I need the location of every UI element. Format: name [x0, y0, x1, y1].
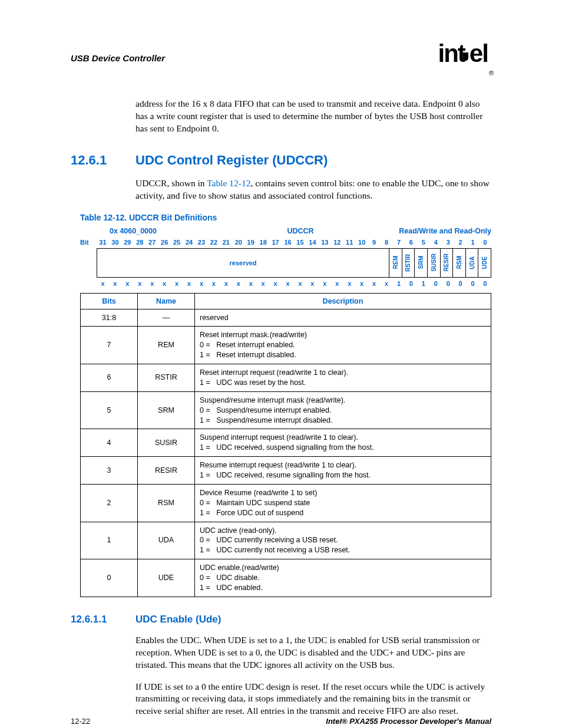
field-rem: REM — [389, 249, 402, 277]
cell-name: — — [138, 309, 195, 327]
register-name: UDCCR — [237, 227, 364, 235]
reset-value: 0 — [429, 280, 442, 287]
table-row: 3RESIRResume interrupt request (read/wri… — [81, 457, 491, 485]
cell-name: UDA — [138, 522, 195, 559]
bit-number: 24 — [183, 239, 196, 246]
bit-number: 28 — [134, 239, 146, 246]
bit-number: 16 — [282, 239, 294, 246]
register-diagram: 0x 4060_0000 UDCCR Read/Write and Read-O… — [80, 227, 491, 287]
cell-bits: 0 — [81, 559, 138, 597]
cell-bits: 31:8 — [81, 309, 138, 327]
field-srm: SRM — [414, 249, 427, 277]
cell-name: RSTIR — [138, 364, 195, 392]
bit-number: 26 — [158, 239, 171, 246]
bit-number: 18 — [257, 239, 269, 246]
bit-number: 27 — [146, 239, 158, 246]
section-title: UDC Control Register (UDCCR) — [135, 153, 328, 167]
reset-value: 0 — [479, 280, 491, 287]
field-rsm: RSM — [452, 249, 465, 277]
intel-logo: intel® — [438, 41, 491, 68]
cell-name: SRM — [138, 391, 195, 429]
cell-name: SUSIR — [138, 429, 195, 457]
subsection-title: UDC Enable (Ude) — [135, 614, 221, 625]
cell-desc: Device Resume (read/write 1 to set)0 = M… — [195, 484, 491, 522]
bit-number: 20 — [232, 239, 244, 246]
cell-bits: 7 — [81, 327, 138, 364]
bit-number: 8 — [381, 239, 393, 246]
bit-number: 3 — [442, 239, 454, 246]
bit-description-table: Bits Name Description 31:8—reserved7REMR… — [80, 293, 491, 597]
reset-value: x — [207, 280, 220, 287]
reset-value: 0 — [405, 280, 417, 287]
col-name: Name — [138, 293, 195, 309]
bit-number: 5 — [417, 239, 429, 246]
cell-desc: Resume interrupt request (read/write 1 t… — [195, 457, 491, 485]
bit-number: 30 — [109, 239, 121, 246]
cell-name: UDE — [138, 559, 195, 597]
reset-value: x — [158, 280, 171, 287]
running-header: USB Device Controller — [71, 53, 165, 63]
subsection-p2: If UDE is set to a 0 the entire UDC desi… — [135, 681, 491, 718]
table-row: 5SRMSuspend/resume interrupt mask (read/… — [81, 391, 491, 429]
cell-desc: UDC enable.(read/write)0 = UDC disable.1… — [195, 559, 491, 597]
reset-value: x — [294, 280, 306, 287]
bit-number: 10 — [356, 239, 368, 246]
register-address: 0x 4060_0000 — [80, 227, 237, 235]
section-heading: 12.6.1UDC Control Register (UDCCR) — [71, 153, 491, 168]
section-number: 12.6.1 — [71, 153, 135, 168]
bit-number: 2 — [454, 239, 467, 246]
reset-value: x — [331, 280, 343, 287]
field-rstir: RSTIR — [402, 249, 415, 277]
cell-bits: 5 — [81, 391, 138, 429]
bit-number: 4 — [429, 239, 442, 246]
subsection-number: 12.6.1.1 — [71, 614, 135, 625]
bit-number: 15 — [294, 239, 306, 246]
bit-number: 7 — [393, 239, 405, 246]
reset-value: 0 — [467, 280, 479, 287]
reset-value: x — [244, 280, 257, 287]
bit-label: Bit — [80, 239, 97, 246]
section-paragraph: UDCCR, shown in Table 12-12, contains se… — [135, 177, 491, 202]
reset-value: x — [183, 280, 196, 287]
cell-desc: Reset interrupt request (read/write 1 to… — [195, 364, 491, 392]
bit-number: 14 — [306, 239, 319, 246]
table-row: 0UDEUDC enable.(read/write)0 = UDC disab… — [81, 559, 491, 597]
reset-value: x — [306, 280, 319, 287]
cell-desc: Reset interrupt mask.(read/write)0 = Res… — [195, 327, 491, 364]
reset-value: 0 — [454, 280, 467, 287]
cell-desc: Suspend/resume interrupt mask (read/writ… — [195, 391, 491, 429]
table-ref-link[interactable]: Table 12-12 — [207, 178, 250, 188]
reset-value: x — [232, 280, 244, 287]
bit-number: 23 — [196, 239, 208, 246]
cell-bits: 6 — [81, 364, 138, 392]
reset-value: x — [368, 280, 381, 287]
reset-value: x — [319, 280, 331, 287]
reset-value: x — [282, 280, 294, 287]
table-row: 4SUSIRSuspend interrupt request (read/wr… — [81, 429, 491, 457]
bit-number: 25 — [171, 239, 183, 246]
subsection-heading: 12.6.1.1UDC Enable (Ude) — [71, 614, 491, 625]
reset-value: x — [381, 280, 393, 287]
bit-number: 9 — [368, 239, 381, 246]
bit-number: 1 — [467, 239, 479, 246]
reset-value: x — [343, 280, 356, 287]
reset-value: x — [257, 280, 269, 287]
reset-value: 1 — [417, 280, 429, 287]
table-row: 31:8—reserved — [81, 309, 491, 327]
field-uda: UDA — [465, 249, 478, 277]
bit-number: 22 — [207, 239, 220, 246]
cell-name: RSM — [138, 484, 195, 522]
bit-number: 11 — [343, 239, 356, 246]
reset-value: x — [121, 280, 134, 287]
reserved-field: reserved — [97, 249, 389, 277]
manual-title: Intel® PXA255 Processor Developer's Manu… — [326, 717, 491, 726]
cell-bits: 2 — [81, 484, 138, 522]
subsection-p1: Enables the UDC. When UDE is set to a 1,… — [135, 634, 491, 671]
reset-value: x — [220, 280, 232, 287]
table-row: 2RSMDevice Resume (read/write 1 to set)0… — [81, 484, 491, 522]
table-row: 1UDAUDC active (read-only).0 = UDC curre… — [81, 522, 491, 559]
cell-bits: 4 — [81, 429, 138, 457]
cell-name: REM — [138, 327, 195, 364]
bit-number: 19 — [244, 239, 257, 246]
reset-value: x — [171, 280, 183, 287]
